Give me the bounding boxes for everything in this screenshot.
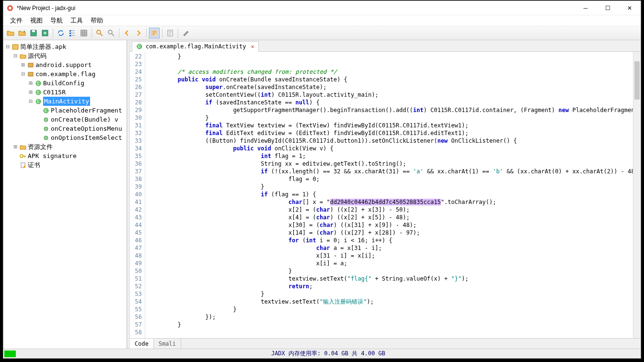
- svg-rect-8: [69, 35, 71, 36]
- cert-icon: [20, 162, 26, 169]
- package-icon: [27, 71, 34, 78]
- tab-smali[interactable]: Smali: [154, 339, 181, 349]
- svg-point-27: [44, 136, 48, 140]
- package-icon: [27, 62, 34, 68]
- menu-file[interactable]: 文件: [7, 15, 25, 26]
- body: ⊟简单注册器.apk ⊟源代码 ⊞android.support ⊟com.ex…: [3, 40, 641, 349]
- svg-rect-14: [12, 45, 18, 49]
- class-icon: C: [35, 89, 42, 96]
- tree-onoptionsitem[interactable]: onOptionsItemSelect: [51, 133, 122, 142]
- svg-rect-15: [28, 63, 33, 67]
- menu-tools[interactable]: 工具: [68, 15, 86, 26]
- menu-nav[interactable]: 导航: [47, 15, 66, 26]
- tree-apk-sig[interactable]: APK signature: [28, 151, 77, 160]
- svg-point-1: [9, 7, 12, 10]
- svg-text:C: C: [138, 45, 140, 49]
- tree-buildconfig[interactable]: BuildConfig: [43, 79, 84, 88]
- tree-root[interactable]: 简单注册器.apk: [20, 42, 66, 51]
- tree-mainactivity[interactable]: MainActivity: [43, 97, 90, 106]
- svg-point-26: [44, 127, 48, 131]
- minimize-button[interactable]: ─: [575, 1, 597, 15]
- tree-c0115r[interactable]: C0115R: [43, 88, 66, 97]
- svg-rect-9: [81, 30, 87, 36]
- forward-icon[interactable]: [133, 28, 144, 38]
- window-title: *New Project - jadx-gui: [17, 5, 575, 11]
- tree-cert[interactable]: 证书: [28, 160, 40, 170]
- method-icon: [43, 116, 49, 123]
- tree-resources[interactable]: 资源文件: [28, 142, 53, 151]
- log-icon[interactable]: [165, 28, 175, 38]
- app-window: *New Project - jadx-gui ─ ☐ ✕ 文件 视图 导航 工…: [3, 0, 641, 359]
- tab-close-icon[interactable]: ✕: [251, 43, 254, 50]
- svg-rect-16: [28, 72, 33, 76]
- svg-rect-4: [32, 30, 35, 32]
- maximize-button[interactable]: ☐: [597, 1, 619, 15]
- sync-icon[interactable]: [56, 28, 66, 38]
- bottom-tabs: Code Smali: [130, 338, 641, 349]
- export-icon[interactable]: [40, 28, 50, 38]
- tabbar: C com.example.flag.MainActivity ✕: [130, 40, 641, 52]
- memory-bar: [4, 351, 16, 357]
- app-icon: [6, 4, 14, 12]
- key-icon: [20, 153, 26, 159]
- deobf-icon[interactable]: [149, 28, 160, 38]
- svg-point-10: [97, 30, 101, 34]
- folder-icon: [20, 53, 26, 59]
- open-file-icon[interactable]: [5, 28, 16, 38]
- titlebar: *New Project - jadx-gui ─ ☐ ✕: [3, 1, 641, 15]
- method-icon: [43, 125, 49, 132]
- svg-text:C: C: [37, 100, 39, 104]
- tree-oncreateoptions[interactable]: onCreateOptionsMenu: [51, 124, 122, 133]
- class-icon: C: [35, 98, 42, 105]
- svg-text:C: C: [37, 90, 39, 95]
- search-icon[interactable]: [94, 28, 105, 38]
- sidebar: ⊟简单注册器.apk ⊟源代码 ⊞android.support ⊟com.ex…: [3, 40, 127, 349]
- svg-text:C: C: [37, 81, 39, 86]
- method-icon: [43, 135, 49, 141]
- tree-src[interactable]: 源代码: [28, 51, 46, 60]
- save-icon[interactable]: [28, 28, 39, 38]
- tab-code[interactable]: Code: [130, 339, 154, 349]
- code-editor[interactable]: 22 23 24 25 26 27 28 29 30 31 32 33 34 3…: [130, 52, 641, 338]
- back-icon[interactable]: [122, 28, 132, 38]
- svg-point-30: [23, 166, 25, 168]
- tab-mainactivity[interactable]: C com.example.flag.MainActivity ✕: [132, 41, 259, 52]
- grid-icon[interactable]: [79, 28, 89, 38]
- tree-pkg-flag[interactable]: com.example.flag: [35, 69, 95, 79]
- svg-text:C: C: [45, 109, 47, 113]
- apk-icon: [12, 44, 19, 50]
- svg-point-11: [108, 30, 112, 34]
- toolbar: +: [3, 26, 641, 40]
- code-content[interactable]: } /* access modifiers changed from: prot…: [145, 52, 641, 336]
- menu-view[interactable]: 视图: [27, 15, 46, 26]
- tree-pkg-android[interactable]: android.support: [35, 60, 92, 69]
- add-file-icon[interactable]: +: [17, 28, 27, 38]
- memory-text: JADX 内存使用率: 0.04 GB 共 4.00 GB: [16, 350, 641, 358]
- window-controls: ─ ☐ ✕: [575, 1, 641, 15]
- statusbar: JADX 内存使用率: 0.04 GB 共 4.00 GB: [3, 349, 641, 358]
- settings-icon[interactable]: [181, 28, 191, 38]
- project-tree[interactable]: ⊟简单注册器.apk ⊟源代码 ⊞android.support ⊟com.ex…: [5, 42, 126, 170]
- svg-rect-6: [69, 30, 71, 32]
- vertical-scrollbar[interactable]: [633, 52, 641, 338]
- tree-placeholder[interactable]: PlaceholderFragment: [51, 106, 122, 115]
- main-panel: C com.example.flag.MainActivity ✕ 22 23 …: [130, 40, 641, 349]
- close-button[interactable]: ✕: [619, 1, 641, 15]
- class-icon: C: [43, 107, 49, 114]
- tree-icon[interactable]: [67, 28, 78, 38]
- svg-point-28: [20, 155, 23, 158]
- line-gutter: 22 23 24 25 26 27 28 29 30 31 32 33 34 3…: [130, 52, 145, 338]
- svg-rect-7: [69, 33, 71, 34]
- svg-point-25: [44, 118, 48, 122]
- tab-label: com.example.flag.MainActivity: [146, 43, 246, 50]
- class-icon: C: [35, 80, 42, 87]
- tree-oncreate[interactable]: onCreate(Bundle) v: [51, 115, 118, 124]
- svg-text:+: +: [23, 29, 25, 34]
- class-icon: C: [136, 43, 143, 50]
- find-icon[interactable]: [106, 28, 116, 38]
- menubar: 文件 视图 导航 工具 帮助: [3, 15, 641, 26]
- menu-help[interactable]: 帮助: [88, 15, 106, 26]
- folder-icon: [20, 144, 26, 150]
